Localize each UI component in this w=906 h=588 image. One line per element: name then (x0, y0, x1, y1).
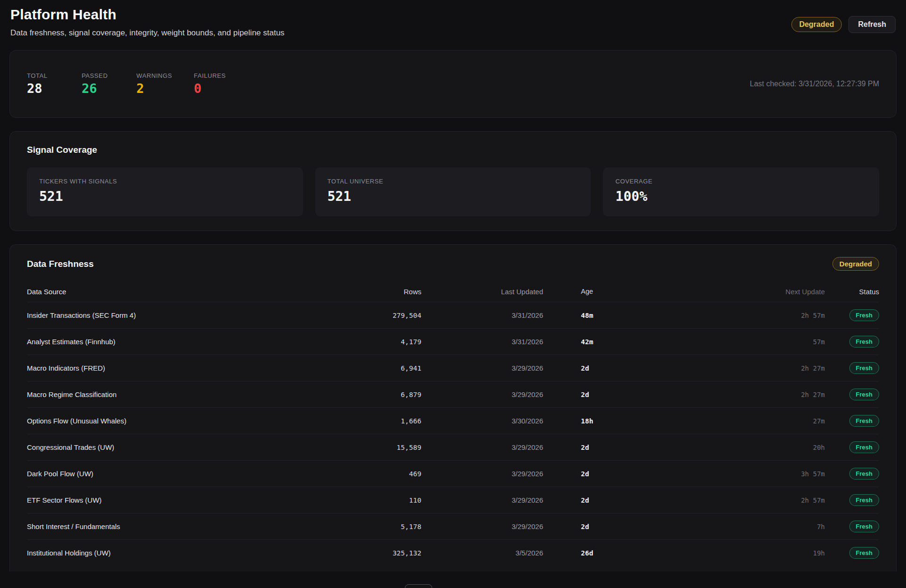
table-row: ETF Sector Flows (UW) 110 3/29/2026 2d 2… (27, 487, 879, 513)
table-row: Dark Pool Flow (UW) 469 3/29/2026 2d 3h … (27, 460, 879, 487)
stat-warnings-value: 2 (136, 81, 172, 96)
data-freshness-title: Data Freshness (27, 259, 94, 269)
stat-passed-label: PASSED (82, 72, 115, 79)
cell-status: Fresh (825, 336, 879, 348)
status-badge: Fresh (849, 547, 879, 559)
column-header-next-update: Next Update (645, 288, 825, 296)
cell-next-update: 3h 57m (645, 470, 825, 478)
cell-next-update: 2h 57m (645, 312, 825, 319)
header-actions: Degraded Refresh (791, 16, 896, 33)
cell-age: 2d (543, 364, 645, 372)
stat-total-label: TOTAL (27, 72, 60, 79)
column-header-status: Status (825, 288, 879, 296)
tile-value: 100% (615, 189, 867, 204)
data-freshness-table: Data Source Rows Last Updated Age Next U… (27, 281, 879, 566)
cell-data-source: Options Flow (Unusual Whales) (27, 417, 360, 425)
tile-label: TOTAL UNIVERSE (327, 178, 579, 185)
cell-rows: 15,589 (360, 444, 421, 451)
signal-coverage-tiles: TICKERS WITH SIGNALS 521 TOTAL UNIVERSE … (27, 167, 879, 216)
cell-last-updated: 3/29/2026 (421, 522, 543, 530)
stat-failures: FAILURES 0 (194, 72, 227, 96)
cell-age: 2d (543, 523, 645, 530)
cell-data-source: Analyst Estimates (Finnhub) (27, 338, 360, 346)
cell-next-update: 20h (645, 444, 825, 451)
table-header-row: Data Source Rows Last Updated Age Next U… (27, 281, 879, 302)
stat-total: TOTAL 28 (27, 72, 60, 96)
tile-value: 521 (327, 189, 579, 204)
cell-rows: 6,879 (360, 391, 421, 398)
status-badge: Fresh (849, 336, 879, 348)
table-row: Institutional Holdings (UW) 325,132 3/5/… (27, 539, 879, 566)
cell-next-update: 19h (645, 549, 825, 557)
cell-data-source: ETF Sector Flows (UW) (27, 496, 360, 504)
cell-rows: 279,504 (360, 312, 421, 319)
cell-last-updated: 3/31/2026 (421, 338, 543, 346)
table-row: Congressional Trades (UW) 15,589 3/29/20… (27, 434, 879, 460)
table-row: Short Interest / Fundamentals 5,178 3/29… (27, 513, 879, 539)
cell-data-source: Dark Pool Flow (UW) (27, 470, 360, 478)
cell-age: 18h (543, 417, 645, 425)
status-badge: Fresh (849, 362, 879, 374)
data-freshness-status-badge: Degraded (832, 257, 879, 271)
status-badge: Fresh (849, 494, 879, 506)
stat-failures-label: FAILURES (194, 72, 227, 79)
status-badge: Fresh (849, 415, 879, 427)
cell-next-update: 27m (645, 417, 825, 425)
cell-last-updated: 3/29/2026 (421, 364, 543, 372)
cell-next-update: 57m (645, 338, 825, 346)
cell-status: Fresh (825, 441, 879, 453)
status-badge: Fresh (849, 521, 879, 532)
cell-rows: 1,666 (360, 417, 421, 425)
column-header-last-updated: Last Updated (421, 288, 543, 296)
page-header: Platform Health Data freshness, signal c… (9, 7, 897, 38)
table-row: Options Flow (Unusual Whales) 1,666 3/30… (27, 407, 879, 434)
cell-status: Fresh (825, 521, 879, 532)
stat-failures-value: 0 (194, 81, 227, 96)
cell-age: 2d (543, 497, 645, 504)
cell-rows: 6,941 (360, 364, 421, 372)
cell-last-updated: 3/29/2026 (421, 496, 543, 504)
cell-age: 42m (543, 338, 645, 346)
tile-total-universe: TOTAL UNIVERSE 521 (315, 167, 591, 216)
table-row: Macro Regime Classification 6,879 3/29/2… (27, 381, 879, 407)
status-badge: Fresh (849, 468, 879, 480)
stat-warnings-label: WARNINGS (136, 72, 172, 79)
tile-label: TICKERS WITH SIGNALS (39, 178, 291, 185)
tile-value: 521 (39, 189, 291, 204)
cell-last-updated: 3/29/2026 (421, 470, 543, 478)
stat-warnings: WARNINGS 2 (136, 72, 172, 96)
cell-next-update: 7h (645, 523, 825, 530)
cell-data-source: Congressional Trades (UW) (27, 443, 360, 451)
status-badge: Fresh (849, 441, 879, 453)
cell-status: Fresh (825, 415, 879, 427)
stat-total-value: 28 (27, 81, 60, 96)
cell-status: Fresh (825, 494, 879, 506)
cell-age: 2d (543, 391, 645, 398)
cell-last-updated: 3/5/2026 (421, 549, 543, 557)
refresh-button[interactable]: Refresh (848, 16, 896, 33)
cell-data-source: Insider Transactions (SEC Form 4) (27, 311, 360, 319)
cell-last-updated: 3/31/2026 (421, 311, 543, 319)
cell-last-updated: 3/30/2026 (421, 417, 543, 425)
cell-data-source: Macro Regime Classification (27, 390, 360, 398)
signal-coverage-card: Signal Coverage TICKERS WITH SIGNALS 521… (9, 131, 897, 231)
cell-last-updated: 3/29/2026 (421, 390, 543, 398)
cell-age: 2d (543, 470, 645, 478)
cell-rows: 325,132 (360, 549, 421, 557)
cell-status: Fresh (825, 468, 879, 480)
table-row: Insider Transactions (SEC Form 4) 279,50… (27, 302, 879, 328)
cell-age: 26d (543, 549, 645, 557)
cell-rows: 4,179 (360, 338, 421, 346)
cell-status: Fresh (825, 362, 879, 374)
column-header-rows: Rows (360, 288, 421, 296)
page-header-text: Platform Health Data freshness, signal c… (10, 7, 285, 38)
last-checked-timestamp: Last checked: 3/31/2026, 12:27:39 PM (750, 80, 879, 88)
cell-status: Fresh (825, 389, 879, 400)
cell-status: Fresh (825, 309, 879, 321)
tile-coverage: COVERAGE 100% (603, 167, 879, 216)
summary-card: TOTAL 28 PASSED 26 WARNINGS 2 FAILURES 0… (9, 50, 897, 118)
data-freshness-card: Data Freshness Degraded Data Source Rows… (9, 244, 897, 571)
stat-passed: PASSED 26 (82, 72, 115, 96)
clipped-bottom-pill (405, 584, 432, 588)
page-title: Platform Health (10, 7, 285, 23)
